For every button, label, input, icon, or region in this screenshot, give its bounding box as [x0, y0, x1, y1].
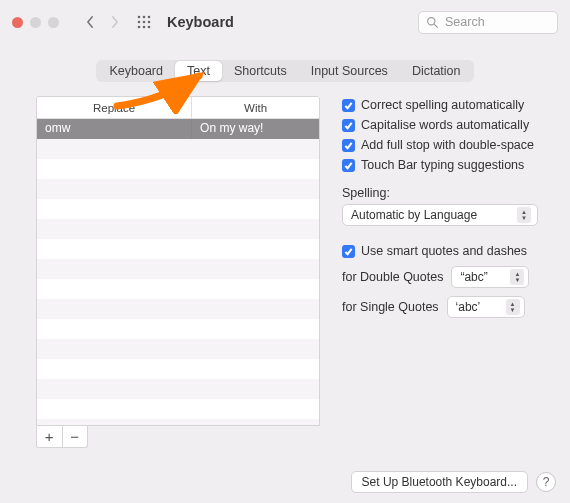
column-header-with-label: With [244, 102, 267, 114]
replacements-table: Replace ⌃ With omwOn my way! [36, 96, 320, 426]
checkbox-icon[interactable] [342, 139, 355, 152]
svg-point-1 [143, 16, 146, 19]
option-smart-quotes[interactable]: Use smart quotes and dashes [342, 244, 548, 258]
add-remove-group: + − [36, 426, 88, 448]
svg-point-0 [138, 16, 141, 19]
option-touch-bar[interactable]: Touch Bar typing suggestions [342, 158, 548, 172]
add-button[interactable]: + [37, 426, 63, 447]
svg-point-3 [138, 21, 141, 24]
checkbox-icon[interactable] [342, 119, 355, 132]
svg-point-6 [138, 26, 141, 29]
back-button[interactable] [79, 11, 101, 33]
single-quotes-row: for Single Quotes ‘abc’ ▲▼ [342, 296, 548, 318]
column-header-with[interactable]: With [192, 97, 319, 118]
minimize-dot-icon[interactable] [30, 17, 41, 28]
tab-keyboard[interactable]: Keyboard [97, 61, 175, 81]
svg-point-2 [148, 16, 151, 19]
double-quotes-select[interactable]: “abc” ▲▼ [451, 266, 529, 288]
double-quotes-label: for Double Quotes [342, 270, 443, 284]
double-quotes-row: for Double Quotes “abc” ▲▼ [342, 266, 548, 288]
tab-text[interactable]: Text [175, 61, 222, 81]
spelling-select[interactable]: Automatic by Language ▲▼ [342, 204, 538, 226]
single-quotes-label: for Single Quotes [342, 300, 439, 314]
column-header-replace[interactable]: Replace ⌃ [37, 97, 192, 118]
tab-bar: KeyboardTextShortcutsInput SourcesDictat… [0, 60, 570, 82]
footer: Set Up Bluetooth Keyboard... ? [351, 471, 556, 493]
forward-button[interactable] [103, 11, 125, 33]
option-capitalise-words[interactable]: Capitalise words automatically [342, 118, 548, 132]
checkbox-icon[interactable] [342, 245, 355, 258]
search-icon [426, 16, 439, 29]
option-label: Add full stop with double-space [361, 138, 534, 152]
tab-input-sources[interactable]: Input Sources [299, 61, 400, 81]
tab-dictation[interactable]: Dictation [400, 61, 473, 81]
titlebar: Keyboard [0, 0, 570, 44]
svg-line-10 [434, 24, 437, 27]
stepper-icon: ▲▼ [510, 269, 524, 285]
svg-point-7 [143, 26, 146, 29]
svg-point-8 [148, 26, 151, 29]
double-quotes-value: “abc” [460, 270, 487, 284]
close-dot-icon[interactable] [12, 17, 23, 28]
option-label: Touch Bar typing suggestions [361, 158, 524, 172]
cell-replace: omw [37, 119, 192, 139]
checkbox-icon[interactable] [342, 99, 355, 112]
tab-shortcuts[interactable]: Shortcuts [222, 61, 299, 81]
cell-with: On my way! [192, 119, 319, 139]
options-column: Correct spelling automatically Capitalis… [342, 96, 548, 448]
svg-point-5 [148, 21, 151, 24]
option-label: Capitalise words automatically [361, 118, 529, 132]
option-label: Correct spelling automatically [361, 98, 524, 112]
search-wrap [418, 11, 558, 34]
spelling-value: Automatic by Language [351, 208, 477, 222]
spelling-label: Spelling: [342, 186, 548, 200]
single-quotes-select[interactable]: ‘abc’ ▲▼ [447, 296, 525, 318]
svg-point-4 [143, 21, 146, 24]
stepper-icon: ▲▼ [517, 207, 531, 223]
nav-buttons [79, 11, 125, 33]
column-header-replace-label: Replace [93, 102, 135, 114]
single-quotes-value: ‘abc’ [456, 300, 481, 314]
content: Replace ⌃ With omwOn my way! + − Correct… [0, 96, 570, 448]
bluetooth-keyboard-button[interactable]: Set Up Bluetooth Keyboard... [351, 471, 528, 493]
table-row[interactable]: omwOn my way! [37, 119, 319, 139]
show-all-icon[interactable] [133, 11, 155, 33]
table-body[interactable]: omwOn my way! [37, 119, 319, 425]
help-button[interactable]: ? [536, 472, 556, 492]
window-title: Keyboard [167, 14, 234, 30]
checkbox-icon[interactable] [342, 159, 355, 172]
option-full-stop[interactable]: Add full stop with double-space [342, 138, 548, 152]
option-correct-spelling[interactable]: Correct spelling automatically [342, 98, 548, 112]
stepper-icon: ▲▼ [506, 299, 520, 315]
option-label: Use smart quotes and dashes [361, 244, 527, 258]
sort-caret-icon: ⌃ [176, 103, 183, 112]
remove-button[interactable]: − [63, 426, 88, 447]
zoom-dot-icon[interactable] [48, 17, 59, 28]
search-input[interactable] [418, 11, 558, 34]
window-controls [12, 17, 59, 28]
replacements-section: Replace ⌃ With omwOn my way! + − [36, 96, 320, 448]
